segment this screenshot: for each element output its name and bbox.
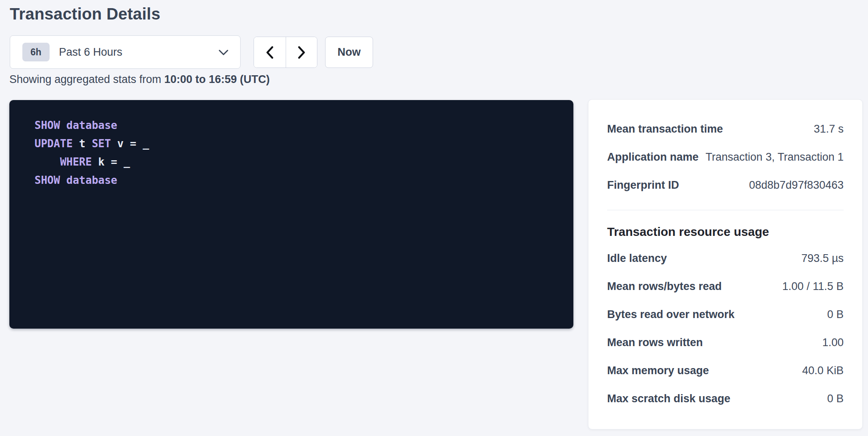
sql-line: SHOW database xyxy=(35,116,561,135)
chevron-down-icon xyxy=(218,49,229,56)
stat-value: 1.00 / 11.5 B xyxy=(782,280,844,293)
sql-statement: SHOW databaseUPDATE t SET v = _ WHERE k … xyxy=(35,116,561,190)
stat-row: Max memory usage40.0 KiB xyxy=(607,357,844,385)
stat-label: Max scratch disk usage xyxy=(607,392,730,405)
stat-value: 0 B xyxy=(827,308,844,321)
stat-row: Max scratch disk usage0 B xyxy=(607,385,844,413)
stat-label: Mean rows/bytes read xyxy=(607,280,722,293)
page-title: Transaction Details xyxy=(10,5,161,23)
stat-value: 31.7 s xyxy=(814,123,844,135)
stat-row: Mean rows/bytes read1.00 / 11.5 B xyxy=(607,272,844,301)
stat-row: Fingerprint ID08d8b7d97f830463 xyxy=(607,171,844,199)
stat-row: Mean transaction time31.7 s xyxy=(607,115,844,143)
transaction-summary-rows: Mean transaction time31.7 sApplication n… xyxy=(607,115,844,199)
card-divider xyxy=(607,210,844,210)
stat-label: Fingerprint ID xyxy=(607,179,679,192)
stat-label: Bytes read over network xyxy=(607,308,735,321)
stat-label: Mean transaction time xyxy=(607,123,723,135)
stat-value: 1.00 xyxy=(822,336,844,349)
sql-line: UPDATE t SET v = _ xyxy=(35,135,561,153)
time-nav-group xyxy=(254,37,317,68)
time-range-dropdown[interactable]: 6h Past 6 Hours xyxy=(10,35,241,69)
transaction-details-card: Mean transaction time31.7 sApplication n… xyxy=(588,99,863,429)
stat-value: 40.0 KiB xyxy=(802,364,844,377)
next-timeframe-button[interactable] xyxy=(286,37,317,68)
sql-line: WHERE k = _ xyxy=(35,153,561,171)
sql-statement-box: SHOW databaseUPDATE t SET v = _ WHERE k … xyxy=(9,100,573,329)
chevron-left-icon xyxy=(266,46,274,59)
resource-usage-title: Transaction resource usage xyxy=(607,225,844,239)
resource-usage-rows: Idle latency793.5 µsMean rows/bytes read… xyxy=(607,244,844,413)
sql-line: SHOW database xyxy=(35,171,561,190)
chevron-right-icon xyxy=(297,46,306,59)
aggregation-summary: Showing aggregated stats from 10:00 to 1… xyxy=(9,73,270,86)
stat-label: Mean rows written xyxy=(607,336,703,349)
stat-value: 08d8b7d97f830463 xyxy=(749,179,844,192)
now-button[interactable]: Now xyxy=(325,37,373,68)
stat-row: Application nameTransaction 3, Transacti… xyxy=(607,143,844,171)
stat-row: Bytes read over network0 B xyxy=(607,301,844,329)
stat-value: Transaction 3, Transaction 1 xyxy=(705,151,844,164)
stat-label: Idle latency xyxy=(607,252,667,265)
aggregation-summary-range: 10:00 to 16:59 (UTC) xyxy=(164,73,270,85)
time-range-label: Past 6 Hours xyxy=(59,46,122,59)
stat-value: 0 B xyxy=(827,392,844,405)
stat-label: Application name xyxy=(607,151,699,164)
transaction-details-page: Transaction Details 6h Past 6 Hours xyxy=(0,0,868,436)
stat-value: 793.5 µs xyxy=(801,252,844,265)
stat-label: Max memory usage xyxy=(607,364,709,377)
stat-row: Idle latency793.5 µs xyxy=(607,244,844,272)
previous-timeframe-button[interactable] xyxy=(254,37,286,68)
aggregation-summary-prefix: Showing aggregated stats from xyxy=(9,73,164,85)
stat-row: Mean rows written1.00 xyxy=(607,329,844,357)
time-range-badge: 6h xyxy=(22,43,50,61)
